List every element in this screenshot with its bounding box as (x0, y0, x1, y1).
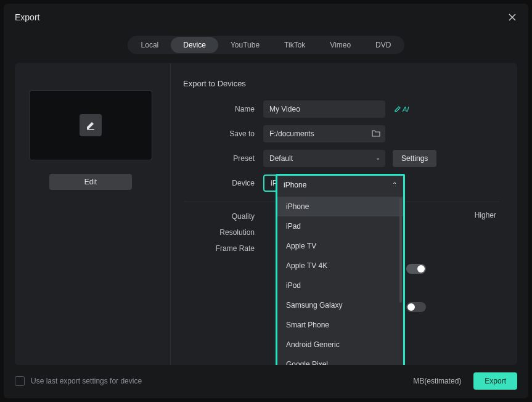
dropdown-option-iphone[interactable]: iPhone (277, 197, 403, 216)
export-tabs: Local Device YouTube TikTok Vimeo DVD (4, 36, 528, 54)
dropdown-option-appletv[interactable]: Apple TV (277, 236, 403, 256)
tab-youtube[interactable]: YouTube (218, 37, 272, 53)
dropdown-option-ipod[interactable]: iPod (277, 276, 403, 295)
edit-button[interactable]: Edit (49, 174, 132, 190)
name-input[interactable] (263, 100, 385, 118)
dropdown-option-samsung[interactable]: Samsung Galaxy (277, 295, 403, 315)
titlebar: Export (4, 4, 528, 28)
tab-tiktok[interactable]: TikTok (272, 37, 317, 53)
close-icon (508, 13, 517, 22)
saveto-label: Save to (183, 129, 263, 138)
tab-vimeo[interactable]: Vimeo (317, 37, 363, 53)
section-title: Export to Devices (183, 79, 500, 88)
preset-select[interactable]: ⌄ (263, 150, 385, 167)
preset-value (263, 150, 385, 167)
toggle-1[interactable] (406, 264, 426, 274)
tab-device[interactable]: Device (171, 37, 218, 53)
dropdown-option-appletv4k[interactable]: Apple TV 4K (277, 256, 403, 276)
saveto-input[interactable] (263, 125, 385, 142)
quality-higher-text: Higher (475, 211, 496, 219)
row-name: Name AI (183, 100, 500, 118)
dropdown-scrollbar[interactable] (399, 198, 402, 303)
tab-pill: Local Device YouTube TikTok Vimeo DVD (128, 36, 405, 54)
pencil-small-icon (394, 105, 401, 113)
dropdown-selected-label: iPhone (284, 181, 306, 189)
dropdown-list[interactable]: iPhone iPad Apple TV Apple TV 4K iPod Sa… (277, 194, 403, 365)
saveto-field-wrap (263, 125, 385, 142)
dropdown-option-smartphone[interactable]: Smart Phone (277, 315, 403, 335)
row-preset: Preset ⌄ Settings (183, 150, 500, 167)
chevron-down-icon: ⌄ (375, 154, 380, 161)
dialog-footer: Use last export settings for device MB(e… (4, 372, 528, 398)
chevron-up-icon: ⌃ (392, 181, 397, 188)
dropdown-option-pixel[interactable]: Google Pixel (277, 355, 403, 365)
tab-dvd[interactable]: DVD (363, 37, 403, 53)
thumbnail-placeholder (80, 114, 102, 136)
row-saveto: Save to (183, 125, 500, 142)
export-panel: Edit Export to Devices Name AI Save to (15, 63, 517, 365)
settings-button[interactable]: Settings (393, 150, 436, 167)
pencil-icon (85, 120, 96, 131)
use-last-settings-checkbox[interactable] (15, 376, 25, 386)
browse-folder-button[interactable] (372, 129, 380, 140)
tab-local[interactable]: Local (129, 37, 171, 53)
export-button[interactable]: Export (473, 372, 517, 390)
form-column: Export to Devices Name AI Save to (170, 63, 517, 365)
use-last-settings-label: Use last export settings for device (31, 377, 142, 385)
size-estimate: MB(estimated) (413, 377, 461, 385)
device-dropdown: iPhone ⌃ iPhone iPad Apple TV Apple TV 4… (276, 174, 405, 365)
video-thumbnail (29, 90, 152, 160)
framerate-label: Frame Rate (183, 244, 263, 253)
close-button[interactable] (507, 12, 517, 22)
resolution-label: Resolution (183, 228, 263, 237)
export-dialog: Export Local Device YouTube TikTok Vimeo… (4, 4, 528, 398)
toggle-2[interactable] (406, 302, 426, 312)
dropdown-option-android[interactable]: Android Generic (277, 335, 403, 355)
dropdown-option-ipad[interactable]: iPad (277, 216, 403, 236)
quality-label: Quality (183, 212, 263, 221)
dialog-title: Export (15, 12, 39, 22)
device-label: Device (183, 179, 263, 187)
ai-label: AI (403, 105, 409, 113)
dropdown-selected[interactable]: iPhone ⌃ (277, 176, 403, 194)
folder-icon (372, 129, 380, 137)
name-label: Name (183, 105, 263, 113)
ai-rename-button[interactable]: AI (394, 105, 409, 113)
preset-label: Preset (183, 154, 263, 163)
preview-column: Edit (15, 63, 170, 365)
